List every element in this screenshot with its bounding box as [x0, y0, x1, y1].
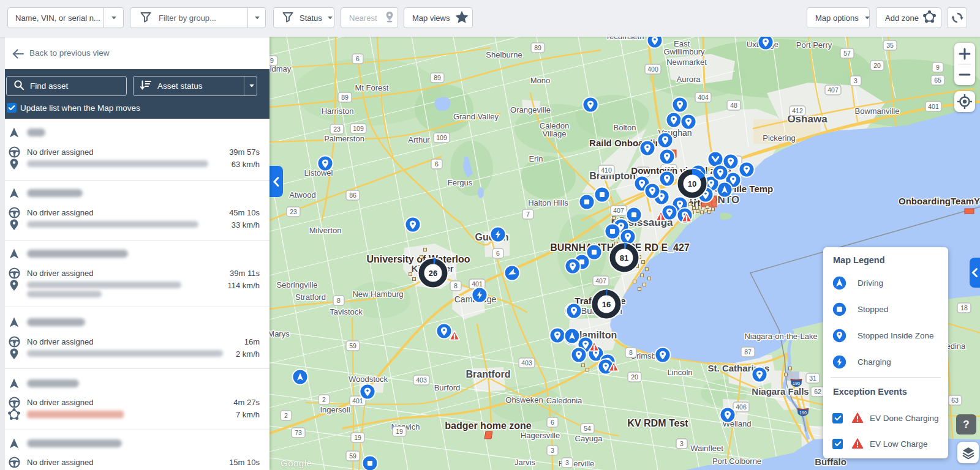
svg-text:54: 54: [584, 425, 591, 432]
svg-text:403: 403: [521, 359, 532, 367]
svg-text:Marys: Marys: [270, 329, 290, 338]
svg-text:badger home zone: badger home zone: [445, 420, 531, 431]
svg-text:407: 407: [595, 277, 606, 285]
svg-text:3: 3: [551, 447, 554, 454]
svg-text:19: 19: [396, 428, 403, 435]
svg-text:190: 190: [799, 410, 807, 416]
svg-text:401: 401: [352, 397, 363, 405]
svg-text:Ohsweken: Ohsweken: [505, 395, 543, 405]
svg-text:89: 89: [341, 94, 349, 101]
svg-text:20: 20: [873, 62, 881, 69]
svg-text:20: 20: [631, 373, 638, 381]
svg-text:Arthur: Arthur: [408, 135, 430, 144]
svg-text:Bolton: Bolton: [614, 123, 636, 132]
svg-text:7: 7: [526, 211, 530, 218]
svg-text:Mt Forest: Mt Forest: [355, 83, 389, 92]
svg-text:109: 109: [436, 134, 447, 141]
svg-text:59: 59: [349, 452, 356, 460]
svg-text:8: 8: [629, 349, 633, 356]
svg-text:Niagara Falls: Niagara Falls: [752, 386, 809, 397]
svg-text:Tavistock: Tavistock: [330, 307, 363, 316]
svg-text:OnboardingTeamYo: OnboardingTeamYo: [899, 196, 980, 206]
svg-text:Harriston: Harriston: [322, 106, 354, 116]
svg-text:86: 86: [349, 192, 356, 199]
svg-text:Atwood: Atwood: [289, 190, 315, 200]
svg-text:3: 3: [680, 440, 684, 447]
svg-text:404: 404: [698, 94, 709, 101]
svg-text:26: 26: [429, 269, 437, 278]
svg-text:59: 59: [349, 342, 356, 349]
svg-text:University of Waterloo: University of Waterloo: [366, 254, 470, 264]
svg-text:2: 2: [322, 396, 326, 403]
svg-text:3: 3: [854, 77, 858, 84]
svg-text:89: 89: [534, 44, 541, 51]
svg-text:31: 31: [809, 375, 816, 382]
svg-text:Mono: Mono: [530, 76, 551, 85]
svg-text:412: 412: [792, 107, 803, 114]
svg-text:403: 403: [416, 376, 427, 384]
svg-text:Village: Village: [543, 129, 567, 138]
svg-text:Woodstock: Woodstock: [349, 375, 388, 384]
svg-text:23: 23: [333, 125, 341, 133]
svg-text:62: 62: [814, 388, 821, 395]
svg-text:401: 401: [928, 103, 939, 110]
svg-text:19: 19: [354, 434, 361, 441]
svg-text:190: 190: [793, 381, 800, 386]
svg-text:6: 6: [551, 419, 554, 426]
svg-text:109: 109: [353, 125, 364, 132]
svg-text:89: 89: [434, 74, 441, 81]
svg-text:23: 23: [290, 208, 297, 215]
svg-text:New Hamburg: New Hamburg: [352, 289, 403, 299]
svg-text:Orangeville: Orangeville: [510, 105, 551, 114]
svg-text:2: 2: [284, 412, 288, 419]
svg-text:87: 87: [744, 348, 752, 356]
svg-text:Burford: Burford: [434, 383, 461, 392]
svg-text:Lincoln: Lincoln: [667, 368, 692, 377]
svg-text:Ingersoll: Ingersoll: [320, 405, 350, 414]
svg-text:Newmarket: Newmarket: [666, 58, 707, 67]
svg-text:407: 407: [613, 207, 624, 214]
svg-text:9: 9: [270, 57, 274, 64]
svg-text:81: 81: [620, 253, 628, 263]
svg-text:8: 8: [454, 282, 458, 289]
svg-text:Sebringville: Sebringville: [276, 280, 317, 289]
svg-text:6: 6: [356, 55, 360, 62]
svg-text:Palmerston: Palmerston: [324, 134, 364, 143]
svg-text:Tecumseth: Tecumseth: [606, 37, 644, 41]
svg-text:16: 16: [602, 300, 611, 309]
svg-text:Hagersville: Hagersville: [521, 431, 560, 440]
svg-text:Cayuga: Cayuga: [575, 434, 603, 443]
svg-text:Aurora: Aurora: [676, 75, 701, 84]
svg-text:Pickering: Pickering: [763, 133, 795, 143]
svg-text:3: 3: [565, 459, 569, 466]
svg-text:Port Perry: Port Perry: [796, 40, 832, 50]
svg-text:9: 9: [936, 64, 940, 71]
svg-text:73: 73: [295, 429, 302, 436]
svg-text:Shelburne: Shelburne: [486, 50, 522, 59]
svg-text:Stratford: Stratford: [295, 293, 326, 302]
svg-text:10: 10: [688, 179, 696, 188]
svg-text:Caledonia: Caledonia: [546, 396, 582, 405]
svg-text:401: 401: [472, 280, 483, 288]
svg-text:Halton Hills: Halton Hills: [528, 198, 568, 207]
svg-text:Bowmanville: Bowmanville: [855, 106, 900, 116]
svg-text:6: 6: [496, 250, 500, 257]
svg-text:48: 48: [730, 102, 737, 109]
svg-text:35: 35: [886, 42, 894, 49]
svg-text:57: 57: [843, 50, 851, 57]
svg-text:410: 410: [601, 166, 612, 174]
svg-text:Port Colborne: Port Colborne: [712, 457, 761, 466]
svg-text:Grand Valley: Grand Valley: [453, 112, 499, 121]
svg-text:63: 63: [951, 397, 959, 404]
svg-text:Gwillimbury: Gwillimbury: [663, 47, 705, 56]
svg-text:65: 65: [934, 76, 941, 84]
svg-text:Fergus: Fergus: [448, 178, 473, 187]
svg-text:8: 8: [337, 297, 341, 304]
svg-text:406: 406: [736, 403, 747, 411]
svg-text:Wainfleet: Wainfleet: [690, 444, 723, 453]
svg-text:Niagara-on-the-Lake: Niagara-on-the-Lake: [744, 332, 817, 341]
svg-text:400: 400: [647, 65, 658, 73]
svg-text:Jarvis: Jarvis: [514, 458, 535, 467]
svg-text:Brantford: Brantford: [466, 369, 511, 379]
svg-text:Erin: Erin: [529, 154, 543, 163]
